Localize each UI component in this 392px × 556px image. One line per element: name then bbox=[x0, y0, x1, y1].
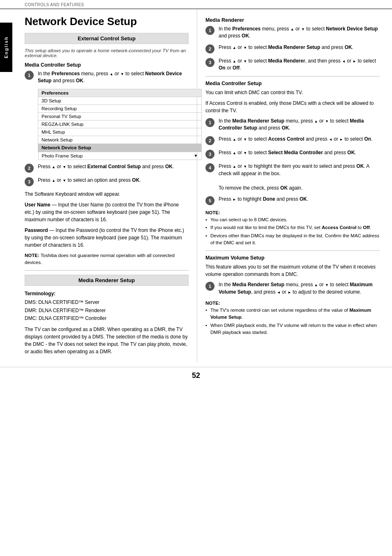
mc-step-1: 1 In the Media Renderer Setup menu, pres… bbox=[205, 118, 380, 132]
mc-step-5-text: Press ► to highlight Done and press OK. bbox=[219, 196, 308, 203]
media-controller-setup-title: Media Controller Setup bbox=[25, 62, 189, 68]
controls-features-label: CONTROLS AND FEATURES bbox=[25, 2, 84, 7]
step-3: 3 Press ▲ or ▼ to select an option and p… bbox=[25, 177, 189, 186]
mc-note-2: If you would not like to limit the DMCs … bbox=[205, 224, 380, 231]
mc-step-4-text: Press ▲ or ▼ to highlight the item you w… bbox=[219, 163, 380, 192]
mv-note-2: When DMR playback ends, the TV volume wi… bbox=[205, 322, 380, 336]
right-step-2: 2 Press ▲ or ▼ to select Media Renderer … bbox=[205, 44, 380, 53]
mc-note-section: NOTE: You can select up to 8 DMC devices… bbox=[205, 209, 380, 246]
mc-note-1: You can select up to 8 DMC devices. bbox=[205, 216, 380, 223]
menu-item-recording: Recording Setup bbox=[38, 104, 202, 112]
mv-step-1-text: In the Media Renderer Setup menu, press … bbox=[219, 281, 380, 296]
page-container: CONTROLS AND FEATURES English Network De… bbox=[0, 0, 392, 556]
media-renderer-title: Media Renderer bbox=[205, 17, 380, 23]
media-renderer-setup-header: Media Renderer Setup bbox=[25, 275, 189, 286]
menu-item-mhl: MHL Setup bbox=[38, 128, 202, 136]
right-step-circle-1: 1 bbox=[205, 26, 214, 35]
page-title: Network Device Setup bbox=[25, 15, 189, 28]
term-dms: DMS: DLNA CERTIFIED™ Server bbox=[25, 299, 189, 306]
right-step-3-text: Press ▲ or ▼ to select Media Renderer, a… bbox=[219, 58, 380, 72]
mv-note-list: The TV's remote control can set volume r… bbox=[205, 307, 380, 336]
right-step-2-text: Press ▲ or ▼ to select Media Renderer Se… bbox=[219, 44, 353, 51]
note-label: NOTE: bbox=[25, 253, 39, 258]
mc-body-2: If Access Control is enabled, only those… bbox=[205, 100, 380, 114]
right-step-1-text: In the Preferences menu, press ▲ or ▼ to… bbox=[219, 25, 380, 40]
divider-2 bbox=[205, 76, 380, 76]
step-circle-2: 2 bbox=[25, 164, 34, 173]
mc-note-list: You can select up to 8 DMC devices. If y… bbox=[205, 216, 380, 246]
italic-note: This setup allows you to operate a home … bbox=[25, 48, 189, 58]
divider-3 bbox=[205, 250, 380, 251]
mc-step-3-text: Press ▲ or ▼ to select Select Media Cont… bbox=[219, 149, 356, 156]
mv-note-section: NOTE: The TV's remote control can set vo… bbox=[205, 300, 380, 336]
mc-note-3: Devices other than DMCs may be displayed… bbox=[205, 232, 380, 247]
right-step-circle-2: 2 bbox=[205, 44, 214, 53]
right-step-1: 1 In the Preferences menu, press ▲ or ▼ … bbox=[205, 25, 380, 40]
right-media-controller-title: Media Controller Setup bbox=[205, 81, 380, 86]
terminology-title: Terminology: bbox=[25, 290, 189, 298]
english-sidebar: English bbox=[0, 23, 12, 72]
username-para: User Name — Input the User Name (to cont… bbox=[25, 201, 189, 223]
english-text: English bbox=[4, 36, 9, 58]
term-dmr: DMR: DLNA CERTIFIED™ Renderer bbox=[25, 307, 189, 315]
top-bar: CONTROLS AND FEATURES bbox=[0, 0, 392, 9]
mc-step-3: 3 Press ▲ or ▼ to select Select Media Co… bbox=[205, 149, 380, 159]
page-number: 52 bbox=[0, 367, 392, 386]
term-dmc: DMC: DLNA CERTIFIED™ Controller bbox=[25, 315, 189, 322]
mv-note-1: The TV's remote control can set volume r… bbox=[205, 307, 380, 321]
step-2-text: Press ▲ or ▼ to select External Control … bbox=[38, 163, 174, 170]
right-column: Media Renderer 1 In the Preferences menu… bbox=[197, 9, 388, 363]
mv-note-label: NOTE: bbox=[205, 300, 380, 307]
mc-step-circle-5: 5 bbox=[205, 196, 214, 205]
left-column: Network Device Setup External Control Se… bbox=[16, 9, 197, 363]
mc-step-circle-1: 1 bbox=[205, 118, 214, 127]
menu-item-network: Network Setup bbox=[38, 136, 202, 144]
mc-step-4: 4 Press ▲ or ▼ to highlight the item you… bbox=[205, 163, 380, 192]
menu-item-3dsetup: 3D Setup bbox=[38, 97, 202, 104]
mc-step-2: 2 Press ▲ or ▼ to select Access Control … bbox=[205, 136, 380, 145]
mc-step-2-text: Press ▲ or ▼ to select Access Control an… bbox=[219, 136, 373, 143]
content-wrapper: Network Device Setup External Control Se… bbox=[0, 9, 392, 363]
external-control-note: NOTE: Toshiba does not guarantee normal … bbox=[25, 252, 189, 266]
mc-step-5: 5 Press ► to highlight Done and press OK… bbox=[205, 196, 380, 205]
step-1: 1 In the Preferences menu, press ▲ or ▼ … bbox=[25, 70, 189, 85]
terminology-section: Terminology: DMS: DLNA CERTIFIED™ Server… bbox=[25, 290, 189, 322]
right-step-circle-3: 3 bbox=[205, 58, 214, 67]
external-control-setup-header: External Control Setup bbox=[25, 33, 189, 44]
mv-step-circle-1: 1 bbox=[205, 282, 214, 291]
preferences-menu-table: Preferences 3D Setup Recording Setup Per… bbox=[38, 89, 202, 160]
mv-step-1: 1 In the Media Renderer Setup menu, pres… bbox=[205, 281, 380, 296]
right-step-3: 3 Press ▲ or ▼ to select Media Renderer,… bbox=[205, 58, 380, 72]
menu-item-personaltv: Personal TV Setup bbox=[38, 112, 202, 120]
step-circle-1: 1 bbox=[25, 71, 34, 80]
menu-header-cell: Preferences bbox=[38, 89, 202, 97]
step-2: 2 Press ▲ or ▼ to select External Contro… bbox=[25, 163, 189, 173]
mc-step-circle-2: 2 bbox=[205, 136, 214, 145]
menu-item-regzalink: REGZA-LINK Setup bbox=[38, 120, 202, 128]
step-3-text: Press ▲ or ▼ to select an option and pre… bbox=[38, 177, 141, 184]
media-renderer-body: The TV can be configured as a DMR. When … bbox=[25, 326, 189, 355]
mc-body-1: You can limit which DMC can control this… bbox=[205, 89, 380, 96]
step-circle-3: 3 bbox=[25, 177, 34, 186]
password-para: Password — Input the Password (to contro… bbox=[25, 227, 189, 249]
max-volume-title: Maximum Volume Setup bbox=[205, 255, 380, 261]
divider-1 bbox=[25, 270, 189, 271]
step-1-text: In the Preferences menu, press ▲ or ▼ to… bbox=[38, 70, 189, 85]
menu-item-photoframe: Photo Frame Setup▼ bbox=[38, 152, 202, 160]
mc-note-label: NOTE: bbox=[205, 209, 380, 216]
mc-step-1-text: In the Media Renderer Setup menu, press … bbox=[219, 118, 380, 132]
menu-item-networkdevice: Network Device Setup bbox=[38, 144, 202, 151]
software-keyboard-note: The Software Keyboard window will appear… bbox=[25, 190, 189, 198]
mc-step-circle-4: 4 bbox=[205, 163, 214, 172]
note-text: Toshiba does not guarantee normal operat… bbox=[25, 253, 175, 265]
max-volume-body: This feature allows you to set the maxim… bbox=[205, 263, 380, 278]
mc-step-circle-3: 3 bbox=[205, 150, 214, 159]
